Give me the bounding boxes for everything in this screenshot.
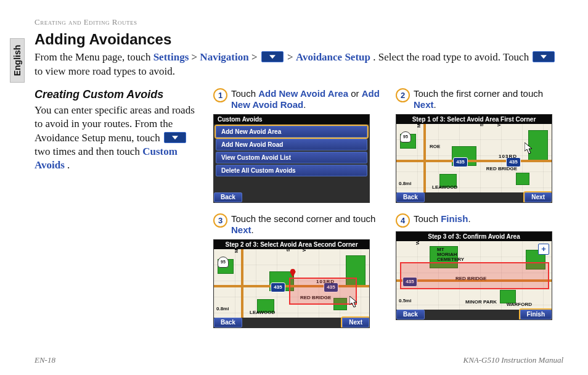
t: Touch the first corner and touch — [414, 88, 543, 99]
link-avoidance-setup: Avoidance Setup — [296, 51, 370, 63]
link-navigation: Navigation — [200, 51, 248, 63]
device-finish-button[interactable]: Finish — [520, 310, 552, 319]
device-screenshot-menu: Custom Avoids Add New Avoid Area Add New… — [213, 114, 370, 203]
intro-text2: . Select the road type to avoid. Touch — [373, 51, 531, 63]
step-1-badge: 1 — [213, 88, 227, 102]
t: . — [468, 213, 470, 224]
shield-i435: 435 — [453, 157, 468, 167]
down-arrow-icon — [533, 51, 555, 62]
label-leawood: LEAWOOD — [250, 310, 275, 315]
label-state-line: STATE LINE — [479, 124, 484, 126]
section-eyebrow: Creating and Editing Routes — [35, 17, 563, 27]
sep3: > — [287, 51, 296, 63]
label-wornall: WORNALL — [496, 124, 502, 126]
link-add-avoid-area: Add New Avoid Area — [258, 88, 348, 99]
step-4: 4 Touch Finish. Step 3 of 3: Confirm Avo… — [396, 213, 563, 328]
t: . — [251, 225, 254, 235]
menu-item-delete-all[interactable]: Delete All Custom Avoids — [216, 165, 367, 176]
page-number: EN-18 — [35, 355, 55, 365]
label-red-bridge: RED BRIDGE — [486, 166, 517, 171]
map-canvas[interactable]: 95 435 435 103RD RED BRIDGE MISSION STAT… — [214, 249, 369, 318]
map-scale: 0.8mi — [399, 181, 411, 186]
zoom-in-icon[interactable]: + — [538, 244, 549, 255]
link-finish: Finish — [441, 213, 468, 224]
shield-us95: 95 — [218, 257, 229, 268]
label-warford: WARFORD — [507, 302, 532, 307]
device-back-button[interactable]: Back — [396, 310, 425, 319]
step-2-text: Touch the first corner and touch Next. — [414, 88, 563, 110]
label-mission: MISSION — [234, 249, 239, 253]
avoid-area-rect — [400, 262, 549, 289]
menu-item-view-avoid-list[interactable]: View Custom Avoid List — [216, 152, 367, 163]
map-canvas[interactable]: 95 435 435 103RD RED BRIDGE MISSION ROE … — [396, 124, 552, 192]
custom-text3: . — [67, 159, 70, 171]
step-1: 1 Touch Add New Avoid Area or Add New Av… — [213, 88, 381, 203]
shield-us95: 95 — [400, 131, 411, 142]
t: Touch — [414, 213, 441, 224]
page-title: Adding Avoidances — [35, 31, 563, 48]
t: Touch the second corner and touch — [231, 213, 375, 224]
label-wornall: WORNALL — [301, 249, 307, 252]
t: . — [434, 99, 436, 110]
device-screenshot-map3: Step 3 of 3: Confirm Avoid Area 435 MT M… — [396, 231, 552, 320]
link-next: Next — [414, 99, 434, 110]
map-scale: 0.5mi — [399, 298, 411, 303]
menu-item-add-avoid-road[interactable]: Add New Avoid Road — [216, 139, 367, 150]
custom-text2: two times and then touch — [35, 146, 142, 157]
intro-text3: to view more road types to avoid. — [35, 65, 175, 77]
device-next-button[interactable]: Next — [342, 318, 369, 328]
label-mission: MISSION — [416, 124, 422, 128]
step-3-badge: 3 — [213, 213, 227, 228]
step-3-text: Touch the second corner and touch Next. — [231, 213, 381, 236]
intro-text: From the Menu page, touch — [35, 51, 153, 63]
step-2: 2 Touch the first corner and touch Next.… — [396, 88, 563, 203]
device-back-button[interactable]: Back — [214, 192, 242, 202]
down-arrow-icon — [261, 51, 284, 62]
label-roe: ROE — [430, 144, 440, 149]
step-4-text: Touch Finish. — [414, 213, 471, 225]
label-state-line: STATE LINE — [285, 249, 291, 252]
device-title: Step 2 of 3: Select Avoid Area Second Co… — [214, 240, 369, 250]
sep1: > — [192, 51, 200, 63]
device-back-button[interactable]: Back — [396, 192, 425, 202]
link-settings: Settings — [153, 51, 189, 63]
custom-avoids-heading: Creating Custom Avoids — [35, 88, 201, 102]
down-arrow-icon — [164, 132, 186, 143]
device-back-button[interactable]: Back — [214, 318, 242, 328]
step-2-badge: 2 — [396, 88, 410, 102]
sep2: > — [251, 51, 260, 63]
step-3: 3 Touch the second corner and touch Next… — [213, 213, 381, 328]
avoid-area-rect — [289, 278, 357, 305]
step-1-text: Touch Add New Avoid Area or Add New Avoi… — [231, 88, 381, 110]
page-footer: EN-18 KNA-G510 Instruction Manual — [35, 355, 563, 365]
t: Touch — [231, 88, 258, 99]
t: or — [348, 88, 362, 99]
label-mt-moriah: MT MORIAH CEMETERY — [437, 247, 465, 262]
label-leawood: LEAWOOD — [432, 184, 457, 190]
manual-name: KNA-G510 Instruction Manual — [463, 355, 564, 365]
label-wornall: WORNALL — [415, 241, 420, 245]
menu-item-add-avoid-area[interactable]: Add New Avoid Area — [216, 126, 367, 138]
device-title: Custom Avoids — [214, 115, 369, 125]
device-next-button[interactable]: Next — [525, 192, 552, 202]
device-title: Step 3 of 3: Confirm Avoid Area — [396, 232, 552, 242]
road-label-103rd: 103RD — [499, 154, 517, 159]
label-minor-park: MINOR PARK — [465, 299, 497, 305]
device-screenshot-map2: Step 2 of 3: Select Avoid Area Second Co… — [213, 239, 370, 328]
link-next: Next — [231, 225, 251, 235]
t: . — [303, 99, 306, 110]
map-canvas[interactable]: 435 MT MORIAH CEMETERY RED BRIDGE MINOR … — [396, 241, 552, 310]
step-4-badge: 4 — [396, 213, 410, 228]
map-scale: 0.8mi — [216, 306, 229, 311]
intro-paragraph: From the Menu page, touch Settings > Nav… — [35, 51, 563, 79]
device-screenshot-map1: Step 1 of 3: Select Avoid Area First Cor… — [396, 114, 552, 203]
custom-avoids-column: Creating Custom Avoids You can enter spe… — [35, 88, 201, 328]
shield-i435: 435 — [271, 282, 285, 292]
device-title: Step 1 of 3: Select Avoid Area First Cor… — [396, 115, 552, 125]
